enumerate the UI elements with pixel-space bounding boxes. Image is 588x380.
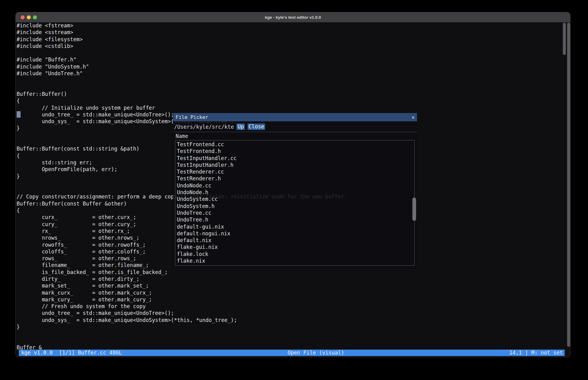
dialog-title: File Picker: [176, 114, 208, 120]
file-list-item[interactable]: default-nogui.nix: [175, 230, 414, 237]
status-mode: Open File (visual): [288, 350, 344, 356]
file-list-item[interactable]: TestRenderer.cc: [175, 168, 414, 175]
file-list-item[interactable]: UndoSystem.cc: [175, 196, 414, 202]
desktop: kge - kyle's text editor v1.0.0 #include…: [0, 0, 588, 380]
file-list-item[interactable]: UndoTree.cc: [175, 210, 414, 216]
file-list-item[interactable]: UndoNode.h: [175, 189, 414, 196]
status-position: 14,1 | M: not set: [509, 350, 563, 356]
dialog-titlebar[interactable]: File Picker ✕: [173, 113, 417, 121]
window-titlebar[interactable]: kge - kyle's text editor v1.0.0: [16, 12, 570, 22]
path-row: /Users/kyle/src/kte Up Close: [174, 123, 265, 131]
file-list-item[interactable]: UndoTree.h: [175, 216, 414, 223]
name-column-header: Name: [176, 133, 188, 139]
status-left: kge v1.0.0 [1/1] Buffer.cc 486L: [21, 350, 122, 356]
status-bar: kge v1.0.0 [1/1] Buffer.cc 486L Open Fil…: [19, 350, 565, 356]
file-list-item[interactable]: flake.nix: [175, 257, 414, 264]
file-list-item[interactable]: default.nix: [175, 237, 414, 244]
editor-scrollbar-track[interactable]: [567, 23, 570, 347]
file-list-item[interactable]: default-gui.nix: [175, 223, 414, 230]
file-list-item[interactable]: TestRenderer.h: [175, 175, 414, 182]
file-list-item[interactable]: TestFrontend.cc: [175, 141, 414, 148]
file-list-item[interactable]: UndoSystem.h: [175, 203, 414, 210]
editor-scrollbar-thumb[interactable]: [563, 23, 566, 55]
dialog-close-icon[interactable]: ✕: [412, 115, 415, 120]
file-list-item[interactable]: UndoNode.cc: [175, 182, 414, 189]
window-title: kge - kyle's text editor v1.0.0: [16, 12, 570, 22]
file-list-item[interactable]: flake.lock: [175, 251, 414, 257]
file-picker-dialog: File Picker ✕ /Users/kyle/src/kte Up Clo…: [173, 113, 417, 269]
current-path: /Users/kyle/src/kte: [174, 124, 234, 130]
dialog-body: /Users/kyle/src/kte Up Close Name TestFr…: [173, 121, 417, 269]
file-list-item[interactable]: TestInputHandler.cc: [175, 155, 414, 162]
close-button[interactable]: Close: [248, 123, 265, 130]
separator: [173, 132, 417, 132]
file-list-item[interactable]: TestFrontend.h: [175, 148, 414, 155]
file-list-item[interactable]: TestInputHandler.h: [175, 162, 414, 168]
editor-window: kge - kyle's text editor v1.0.0 #include…: [15, 12, 570, 357]
up-button[interactable]: Up: [236, 123, 244, 130]
file-list[interactable]: TestFrontend.ccTestFrontend.hTestInputHa…: [175, 140, 415, 266]
file-list-item[interactable]: flake-gui.nix: [175, 244, 414, 250]
text-cursor: [17, 111, 21, 118]
file-list-scrollbar-thumb[interactable]: [412, 198, 416, 221]
